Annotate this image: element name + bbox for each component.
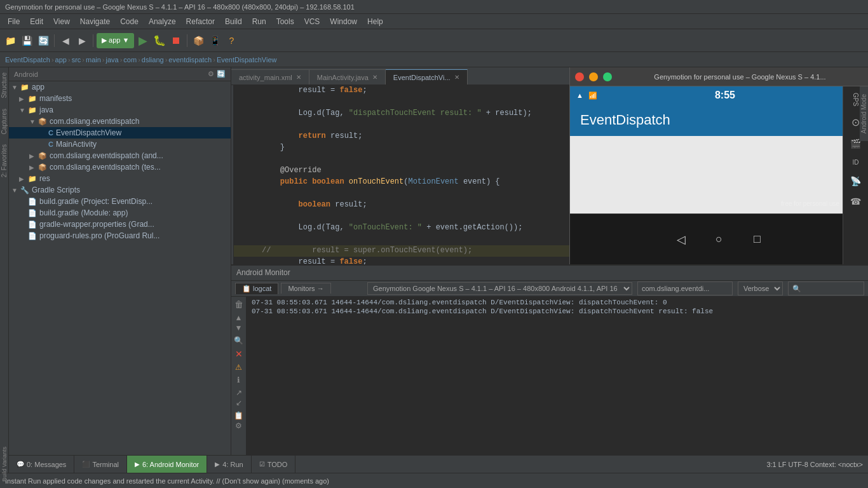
export-icon[interactable]: ↗ — [236, 388, 242, 397]
log-output[interactable]: 07-31 08:55:03.671 14644-14644/com.dslia… — [247, 297, 868, 455]
sidebar-sync-icon[interactable]: 🔄 — [217, 70, 226, 78]
menu-refactor[interactable]: Refactor — [181, 16, 220, 27]
menu-file[interactable]: File — [3, 16, 25, 27]
breadcrumb-item[interactable]: app — [55, 56, 67, 64]
menu-edit[interactable]: Edit — [25, 16, 48, 27]
captures-label[interactable]: Captures — [0, 104, 9, 140]
code-editor[interactable]: result = false; Log.d(Tag, "dispatchTouc… — [231, 85, 569, 264]
tree-item-mainactivity[interactable]: ▶ C MainActivity — [9, 139, 231, 150]
genymotion-titlebar: Genymotion for personal use – Google Nex… — [570, 67, 868, 86]
menu-tools[interactable]: Tools — [271, 16, 299, 27]
scroll-up-icon[interactable]: ▲ — [235, 313, 243, 322]
tab-eventdispatchview[interactable]: EventDispatchVi... ✕ — [386, 69, 468, 85]
menu-analyze[interactable]: Analyze — [144, 16, 181, 27]
genymotion-min-btn[interactable] — [589, 72, 598, 81]
toolbar-project-btn[interactable]: 📁 — [3, 33, 18, 48]
verbose-selector[interactable]: Verbose Debug Info Warn Error — [738, 281, 783, 295]
android-mode-label[interactable]: Android Mode — [859, 89, 868, 139]
tree-item-proguard[interactable]: ▶ 📄 proguard-rules.pro (ProGuard Rul... — [9, 230, 231, 241]
tree-item-package-main[interactable]: ▼ 📦 com.dsliang.eventdispatch — [9, 116, 231, 127]
monitors-tab[interactable]: Monitors → — [281, 283, 330, 294]
menu-nav-btn[interactable]: □ — [745, 227, 770, 252]
editor-monitor-area: activity_main.xml ✕ MainActivity.java ✕ … — [231, 67, 868, 455]
error-icon[interactable]: ✕ — [235, 349, 243, 359]
run-tab[interactable]: ▶ 4: Run — [207, 456, 251, 473]
breadcrumb-item[interactable]: java — [106, 56, 119, 64]
tree-item-gradle-wrapper[interactable]: ▶ 📄 gradle-wrapper.properties (Grad... — [9, 219, 231, 230]
menu-build[interactable]: Build — [220, 16, 247, 27]
id-icon[interactable]: ID — [853, 159, 859, 166]
toolbar-sync-btn[interactable]: 🔄 — [36, 33, 51, 48]
sidebar-settings-icon[interactable]: ⚙ — [208, 70, 214, 78]
android-monitor-tab[interactable]: ▶ 6: Android Monitor — [127, 456, 207, 473]
tree-item-build-gradle-project[interactable]: ▶ 📄 build.gradle (Project: EventDisp... — [9, 196, 231, 207]
info-icon[interactable]: ℹ — [237, 376, 240, 384]
menu-navigate[interactable]: Navigate — [75, 16, 115, 27]
todo-tab[interactable]: ☑ TODO — [252, 456, 296, 473]
genymotion-close-btn[interactable] — [575, 72, 584, 81]
tree-item-package-test[interactable]: ▶ 📦 com.dsliang.eventdispatch (tes... — [9, 161, 231, 173]
tab-mainactivity[interactable]: MainActivity.java ✕ — [309, 69, 386, 85]
breadcrumb-item[interactable]: src — [72, 56, 81, 64]
run-btn[interactable]: ▶ — [135, 33, 151, 48]
home-nav-btn[interactable]: ○ — [707, 227, 732, 252]
scroll-down-icon[interactable]: ▼ — [235, 323, 243, 332]
close-icon[interactable]: ✕ — [454, 74, 459, 81]
run-config-btn[interactable]: ▶ app ▼ — [97, 33, 134, 48]
delete-icon[interactable]: 🗑 — [234, 299, 243, 309]
settings-icon[interactable]: ⚙ — [235, 421, 242, 430]
import-icon[interactable]: ↙ — [236, 398, 242, 407]
tree-item-gradle-scripts[interactable]: ▼ 🔧 Gradle Scripts — [9, 184, 231, 196]
structure-label[interactable]: Structure — [0, 67, 9, 104]
title-bar: Genymotion for personal use – Google Nex… — [0, 0, 868, 14]
menu-window[interactable]: Window — [325, 16, 362, 27]
breadcrumb-item[interactable]: EventDispatch — [5, 56, 50, 64]
toolbar-forward-btn[interactable]: ▶ — [74, 33, 90, 48]
back-nav-btn[interactable]: ◁ — [668, 227, 694, 252]
build-variants-label[interactable]: Build Variants — [0, 442, 9, 487]
menu-help[interactable]: Help — [362, 16, 388, 27]
tree-item-build-gradle-app[interactable]: ▶ 📄 build.gradle (Module: app) — [9, 207, 231, 219]
tree-item-package-android[interactable]: ▶ 📦 com.dsliang.eventdispatch (and... — [9, 150, 231, 161]
breadcrumb-item[interactable]: com — [123, 56, 137, 64]
tree-item-manifests[interactable]: ▶ 📁 manifests — [9, 93, 231, 104]
log-search-input[interactable] — [788, 281, 864, 295]
tree-item-app[interactable]: ▼ 📁 app — [9, 81, 231, 93]
tab-activity-main[interactable]: activity_main.xml ✕ — [231, 69, 309, 85]
menu-code[interactable]: Code — [115, 16, 144, 27]
package-filter[interactable] — [637, 281, 733, 295]
help-btn[interactable]: ? — [224, 33, 239, 48]
menu-run[interactable]: Run — [247, 16, 271, 27]
warning-icon[interactable]: ⚠ — [235, 363, 242, 372]
code-line: Log.d(Tag, "onTouchEvent: " + event.getA… — [234, 222, 569, 234]
tree-item-res[interactable]: ▶ 📁 res — [9, 173, 231, 184]
rss-icon[interactable]: 📡 — [850, 176, 861, 186]
stop-btn[interactable]: ⏹ — [168, 33, 184, 48]
breadcrumb-item[interactable]: dsliang — [142, 56, 164, 64]
sdk-manager-btn[interactable]: 📦 — [191, 33, 206, 48]
filter-icon[interactable]: 🔍 — [234, 336, 243, 345]
logcat-tab[interactable]: 📋 logcat — [235, 283, 278, 294]
tree-item-eventdispatchview[interactable]: ▶ C EventDispatchView — [9, 127, 231, 139]
close-icon[interactable]: ✕ — [372, 74, 377, 81]
menu-vcs[interactable]: VCS — [299, 16, 325, 27]
phone-icon[interactable]: ☎ — [850, 196, 861, 207]
toolbar-save-btn[interactable]: 💾 — [19, 33, 34, 48]
close-icon[interactable]: ✕ — [296, 74, 301, 81]
avd-manager-btn[interactable]: 📱 — [207, 33, 222, 48]
toolbar-back-btn[interactable]: ◀ — [58, 33, 73, 48]
genymotion-max-btn[interactable] — [603, 72, 612, 81]
breadcrumb-item[interactable]: main — [86, 56, 101, 64]
terminal-tab[interactable]: ⬛ Terminal — [74, 456, 127, 473]
breadcrumb-item[interactable]: EventDispatchView — [217, 56, 277, 64]
gps-icon[interactable]: GPS — [852, 93, 859, 106]
favorites-label[interactable]: 2: Favorites — [0, 139, 9, 182]
debug-btn[interactable]: 🐛 — [152, 33, 167, 48]
copy-icon[interactable]: 📋 — [234, 411, 243, 420]
menu-view[interactable]: View — [48, 16, 75, 27]
run-label: 4: Run — [222, 461, 243, 468]
messages-tab[interactable]: 💬 0: Messages — [9, 456, 74, 473]
breadcrumb-item[interactable]: eventdispatch — [168, 56, 212, 64]
device-selector[interactable]: Genymotion Google Nexus S – 4.1.1 – API … — [367, 282, 632, 295]
tree-item-java[interactable]: ▼ 📁 java — [9, 104, 231, 116]
